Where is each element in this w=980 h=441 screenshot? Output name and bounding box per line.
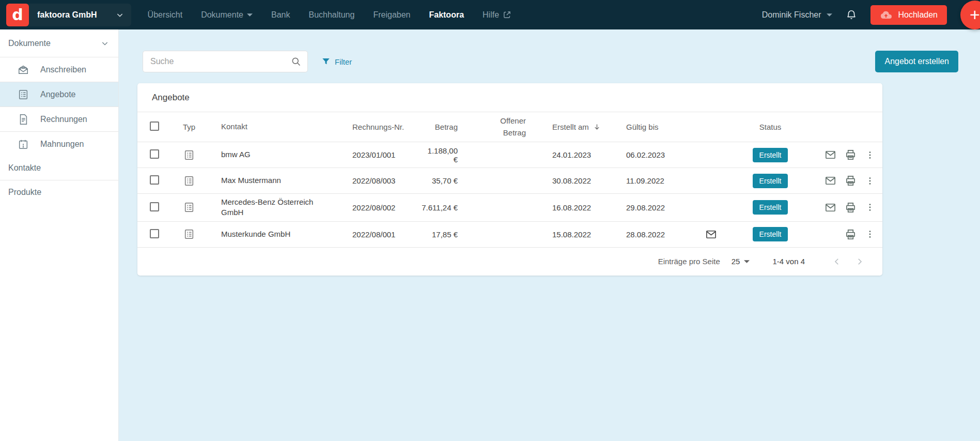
cell-gueltig-bis: 28.08.2022 [618, 227, 695, 242]
search-icon[interactable] [291, 56, 301, 67]
sidebar-item-anschreiben[interactable]: Anschreiben [0, 57, 118, 82]
cell-kontakt: Musterkunde GmbH [205, 226, 344, 242]
nav-bank[interactable]: Bank [271, 10, 290, 20]
table-row[interactable]: Musterkunde GmbH 2022/08/001 17,85 € 15.… [137, 222, 882, 248]
create-offer-button[interactable]: Angebot erstellen [875, 51, 958, 72]
per-page-select[interactable]: 25 [732, 257, 750, 266]
caret-down-icon [247, 13, 253, 17]
column-header-kontakt[interactable]: Kontakt [205, 118, 344, 135]
row-menu-kebab-icon[interactable] [865, 229, 875, 239]
sidebar-item-kontakte[interactable]: Kontakte [0, 156, 118, 180]
cell-rechnungs-nr: 2022/08/001 [344, 227, 422, 242]
column-header-typ[interactable]: Typ [174, 119, 205, 134]
offers-card: Angebote Typ Kontakt Rechnungs-Nr. Betra… [137, 83, 882, 276]
cloud-upload-icon [880, 9, 892, 21]
company-name: faktoora GmbH [37, 10, 97, 20]
cell-erstellt-am: 24.01.2023 [540, 147, 618, 162]
sort-arrow-down-icon [593, 123, 601, 131]
offer-type-icon [174, 172, 205, 190]
company-selector[interactable]: d faktoora GmbH [6, 4, 131, 26]
cell-offener-betrag [484, 152, 540, 158]
nav-faktoora[interactable]: Faktoora [429, 10, 464, 20]
sidebar-section-dokumente[interactable]: Dokumente [0, 29, 118, 57]
cell-gueltig-bis: 29.08.2022 [618, 200, 695, 215]
external-link-icon [503, 10, 511, 19]
column-header-status[interactable]: Status [726, 119, 814, 134]
filter-button[interactable]: Filter [321, 57, 352, 66]
list-icon [18, 89, 29, 100]
nav-freigaben[interactable]: Freigaben [373, 10, 410, 20]
row-checkbox[interactable] [150, 175, 159, 185]
nav-uebersicht[interactable]: Übersicht [148, 10, 183, 20]
add-fab-button[interactable]: + [960, 1, 980, 29]
column-header-rechnungs-nr[interactable]: Rechnungs-Nr. [344, 119, 422, 134]
status-badge: Erstellt [753, 174, 788, 188]
status-badge: Erstellt [753, 200, 788, 215]
row-menu-kebab-icon[interactable] [865, 202, 875, 212]
cell-gueltig-bis: 11.09.2022 [618, 173, 695, 188]
pagination-range: 1-4 von 4 [772, 257, 805, 266]
document-icon [18, 114, 29, 125]
calendar-alert-icon [18, 139, 29, 150]
status-badge: Erstellt [753, 148, 788, 162]
table-row[interactable]: bmw AG 2023/01/001 1.188,00 € 24.01.2023… [137, 142, 882, 168]
next-page-button[interactable] [848, 257, 871, 266]
main-content: Filter Angebot erstellen Angebote Typ Ko… [119, 29, 980, 441]
cell-kontakt: bmw AG [205, 146, 344, 163]
sidebar-item-rechnungen[interactable]: Rechnungen [0, 107, 118, 131]
cell-erstellt-am: 30.08.2022 [540, 173, 618, 188]
search-input[interactable] [150, 57, 291, 66]
card-title: Angebote [137, 83, 882, 112]
sidebar-item-angebote[interactable]: Angebote [0, 82, 118, 107]
row-checkbox[interactable] [150, 202, 159, 211]
column-header-gueltig-bis[interactable]: Gültig bis [618, 119, 695, 134]
row-menu-kebab-icon[interactable] [865, 176, 875, 186]
faktoora-logo: d [6, 4, 29, 26]
column-header-erstellt-am[interactable]: Erstellt am [540, 119, 618, 134]
user-menu[interactable]: Dominik Fischer [762, 10, 832, 20]
cell-betrag: 17,85 € [422, 227, 484, 242]
table-row[interactable]: Mercedes-Benz Österreich GmbH 2022/08/00… [137, 194, 882, 222]
sidebar-item-mahnungen[interactable]: Mahnungen [0, 132, 118, 156]
send-mail-button[interactable] [825, 175, 836, 187]
column-header-offener-betrag[interactable]: Offener Betrag [484, 112, 540, 142]
cell-erstellt-am: 16.08.2022 [540, 200, 618, 215]
column-header-betrag[interactable]: Betrag [422, 119, 484, 134]
sidebar-item-produkte[interactable]: Produkte [0, 180, 118, 204]
send-mail-button[interactable] [825, 149, 836, 161]
row-checkbox[interactable] [150, 229, 159, 238]
nav-dokumente[interactable]: Dokumente [201, 10, 253, 20]
main-nav: Übersicht Dokumente Bank Buchhaltung Fre… [148, 10, 511, 20]
cell-erstellt-am: 15.08.2022 [540, 227, 618, 242]
user-name: Dominik Fischer [762, 10, 821, 20]
cell-rechnungs-nr: 2022/08/003 [344, 173, 422, 188]
table-row[interactable]: Max Mustermann 2022/08/003 35,70 € 30.08… [137, 168, 882, 194]
print-button[interactable] [845, 149, 857, 161]
offer-type-icon [174, 199, 205, 216]
letter-icon [18, 64, 29, 75]
nav-buchhaltung[interactable]: Buchhaltung [308, 10, 354, 20]
cell-offener-betrag [484, 231, 540, 237]
sent-mail-icon [695, 225, 726, 244]
toolbar: Filter Angebot erstellen [143, 51, 958, 72]
print-button[interactable] [845, 202, 857, 214]
row-menu-kebab-icon[interactable] [865, 150, 875, 160]
cell-gueltig-bis: 06.02.2023 [618, 147, 695, 162]
cell-kontakt: Mercedes-Benz Österreich GmbH [205, 194, 344, 221]
print-button[interactable] [845, 175, 857, 187]
offer-type-icon [174, 225, 205, 243]
previous-page-button[interactable] [826, 257, 848, 266]
select-all-checkbox[interactable] [150, 121, 159, 131]
notifications-bell-icon[interactable] [846, 9, 857, 21]
status-badge: Erstellt [753, 227, 788, 241]
print-button[interactable] [845, 229, 857, 240]
send-mail-button[interactable] [825, 202, 836, 214]
nav-hilfe[interactable]: Hilfe [483, 10, 511, 20]
offer-type-icon [174, 146, 205, 164]
row-checkbox[interactable] [150, 149, 159, 159]
sidebar: Dokumente Anschreiben Angebote Rechnunge… [0, 29, 119, 441]
caret-down-icon [827, 13, 832, 17]
table-pagination: Einträge pro Seite 25 1-4 von 4 [137, 248, 882, 276]
cell-rechnungs-nr: 2023/01/001 [344, 147, 422, 162]
upload-button[interactable]: Hochladen [870, 5, 947, 25]
